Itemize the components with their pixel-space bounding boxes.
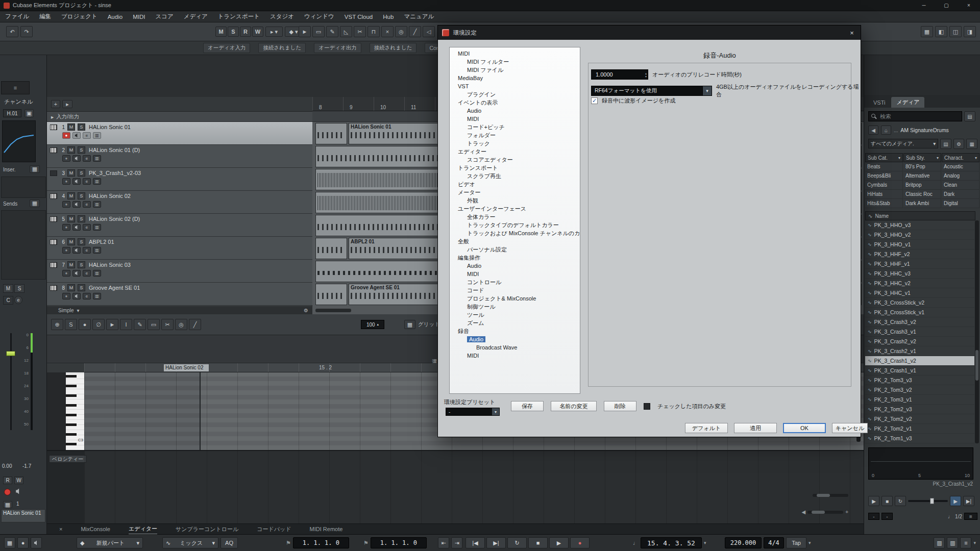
filter-item[interactable]: Digital — [942, 199, 979, 208]
redo-button[interactable]: ↷ — [20, 26, 33, 37]
time-signature-display[interactable]: 4/4 — [764, 537, 784, 548]
breadcrumb-dots[interactable]: ... — [894, 128, 898, 133]
filter-column-header[interactable]: Charact. ▾ — [942, 153, 979, 162]
filter-item[interactable]: Classic Roc — [903, 190, 941, 199]
cancel-button[interactable]: キャンセル — [832, 423, 868, 433]
lower-zone-tab[interactable]: サンプラーコントロール — [176, 524, 238, 535]
velocity-lane[interactable]: ベロシティー — [47, 450, 864, 523]
close-lower-zone-icon[interactable]: × — [59, 524, 62, 535]
media-file-row[interactable]: ∿ PK_2_Tom2_v1 — [865, 424, 974, 434]
automation-button[interactable]: S — [228, 27, 239, 37]
left-zone-toggle-icon[interactable]: ◧ — [935, 26, 947, 37]
menu-item[interactable]: 編集 — [34, 11, 56, 22]
channel-solo-button[interactable]: S — [14, 284, 24, 293]
track-edit-button[interactable]: e — [83, 178, 91, 185]
track-monitor-icon[interactable] — [72, 178, 81, 185]
sends-section-label[interactable]: Sends — [3, 201, 17, 207]
preview-play-button[interactable]: ▶ — [868, 496, 879, 506]
track-row[interactable]: 1 M S HALion Sonic 01 ● e ▥ — [47, 122, 312, 145]
preferences-tree-item[interactable]: 全体カラー — [450, 213, 580, 221]
preset-rename-button[interactable]: 名前の変更 — [551, 401, 597, 411]
stepper-down-icon[interactable]: ▾ — [645, 75, 647, 78]
channel-edit-button[interactable]: e — [14, 296, 22, 304]
track-solo-button[interactable]: S — [78, 123, 85, 131]
media-file-row[interactable]: ∿ PK_3_HHF_v2 — [865, 249, 974, 259]
track-edit-button[interactable]: e — [83, 201, 91, 208]
menu-item[interactable]: ファイル — [0, 11, 34, 22]
media-file-row[interactable]: ∿ PK_3_HHC_v2 — [865, 279, 974, 288]
preferences-tree-item[interactable]: Audio — [450, 107, 580, 115]
track-record-arm-button[interactable]: ● — [62, 201, 70, 208]
inserts-icon[interactable]: ▦ — [30, 165, 40, 173]
menu-item[interactable]: マニュアル — [399, 11, 439, 22]
prerecord-seconds-field[interactable]: 1.0000 ▴▾ — [591, 69, 648, 80]
media-file-row[interactable]: ∿ PK_3_CrossStick_v1 — [865, 308, 974, 317]
go-to-next-marker-button[interactable]: ▶| — [486, 537, 506, 548]
media-file-row[interactable]: ∿ PK_3_HHO_v1 — [865, 240, 974, 249]
velocity-lane-label[interactable]: ベロシティー — [49, 455, 86, 463]
autoscroll-button[interactable]: ▸▾ — [265, 27, 283, 37]
track-monitor-icon[interactable] — [72, 132, 81, 139]
view-grid-icon[interactable]: ▦ — [966, 139, 977, 149]
media-file-row[interactable]: ∿ PK_2_Tom2_v2 — [865, 414, 974, 424]
instrument-keys-icon[interactable]: ▦ — [3, 501, 12, 508]
track-solo-button[interactable]: S — [78, 215, 85, 222]
inserts-section-label[interactable]: Inser. — [3, 167, 15, 172]
cycle-button[interactable]: ↻ — [507, 537, 527, 548]
preferences-tree-item[interactable]: コード — [450, 286, 580, 294]
track-record-arm-button[interactable]: ● — [62, 132, 70, 139]
right-locator-display[interactable]: 1. 1. 1. 0 — [371, 537, 427, 548]
preferences-tree-item[interactable]: 全般 — [450, 237, 580, 245]
track-record-arm-button[interactable]: ● — [62, 247, 70, 254]
menu-item[interactable]: ウィンドウ — [299, 11, 339, 22]
track-mute-button[interactable]: M — [67, 192, 75, 199]
filter-presets-icon[interactable]: ▤ — [940, 139, 951, 149]
track-edit-button[interactable]: e — [83, 132, 91, 139]
channel-track-name[interactable]: HALion Sonic 01 — [1, 509, 45, 522]
track-mute-button[interactable]: M — [67, 238, 75, 245]
channel-record-arm-button[interactable] — [4, 489, 11, 495]
filter-item[interactable]: Hits&Stab — [865, 199, 903, 208]
editor-tool-icon[interactable]: ◎ — [175, 319, 187, 330]
go-to-previous-marker-button[interactable]: |◀ — [465, 537, 485, 548]
preview-stop-button[interactable]: ■ — [881, 496, 893, 506]
menu-item[interactable]: MIDI — [128, 11, 150, 22]
editor-tool-icon[interactable]: ✎ — [134, 319, 146, 330]
preferences-tree-item[interactable]: MIDI ファイル — [450, 66, 580, 74]
preview-quantize-value[interactable]: 1/2 — [955, 514, 962, 519]
track-row[interactable]: 2 M S HALion Sonic 01 (D) ● e ▥ — [47, 145, 312, 168]
filter-item[interactable]: Acoustic — [942, 162, 979, 171]
track-meter-icon[interactable]: ▥ — [93, 270, 101, 277]
lower-zone-toggle-icon[interactable]: ◫ — [949, 26, 962, 37]
preferences-tree-item[interactable]: MIDI フィルター — [450, 58, 580, 66]
menu-item[interactable]: VST Cloud — [339, 11, 378, 22]
record-format-dropdown[interactable]: RF64フォーマットを使用 ▾ — [591, 86, 712, 96]
track-edit-button[interactable]: e — [83, 270, 91, 277]
track-mute-button[interactable]: M — [67, 169, 75, 177]
play-button[interactable]: ▶ — [549, 537, 569, 548]
media-file-row[interactable]: ∿ PK_3_HHC_v3 — [865, 269, 974, 279]
preview-field[interactable]: - — [868, 513, 879, 520]
track-edit-button[interactable]: e — [83, 155, 91, 162]
dropdown-icon[interactable]: ▾ — [704, 540, 706, 545]
activity-dot-icon[interactable]: ● — [17, 537, 29, 548]
audio-activity-icon[interactable] — [31, 537, 42, 548]
tool-icon[interactable]: ◎ — [395, 26, 407, 37]
channel-gain-value[interactable]: 0.00 — [2, 463, 12, 469]
search-list-icon[interactable]: ▤ — [964, 111, 975, 121]
lower-zone-tab[interactable]: MixConsole — [81, 524, 110, 535]
media-file-row[interactable]: ∿ PK_3_Crash3_v1 — [865, 327, 974, 337]
stepper-icon[interactable]: ▴ — [377, 322, 379, 327]
filter-item[interactable]: HiHats — [865, 190, 903, 199]
sends-icon[interactable]: ▦ — [30, 199, 40, 207]
track-meter-icon[interactable]: ▥ — [93, 293, 101, 299]
time-display[interactable]: 15. 4. 3. 52 — [641, 537, 702, 548]
menu-item[interactable]: メディア — [179, 11, 213, 22]
send-slot[interactable] — [1, 210, 46, 280]
preview-volume-slider[interactable] — [908, 500, 948, 502]
filter-item[interactable]: Analog — [942, 171, 979, 181]
scroll-left-icon[interactable]: ◀ — [801, 509, 805, 515]
results-name-header[interactable]: ∿ Name — [865, 211, 975, 220]
track-row[interactable]: 7 M S HALion Sonic 03 ● e ▥ — [47, 260, 312, 283]
preferences-tree-item[interactable]: スクラブ再生 — [450, 172, 580, 180]
